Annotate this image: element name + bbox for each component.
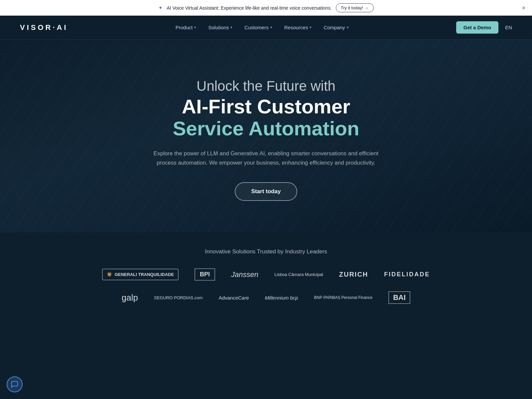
logo-advancecare: AdvanceCare — [219, 295, 249, 301]
trusted-section: Innovative Solutions Trusted by Industry… — [0, 232, 532, 334]
solutions-chevron-icon: ▾ — [230, 25, 232, 30]
nav-solutions[interactable]: Solutions ▾ — [208, 25, 232, 30]
logo-seguro: SEGURO PORDIAS.com — [154, 295, 203, 300]
hero-title-teal: Service Automation — [173, 117, 359, 140]
get-demo-button[interactable]: Get a Demo — [456, 21, 498, 34]
generali-icon: 🦁 — [107, 272, 112, 277]
trusted-title: Innovative Solutions Trusted by Industry… — [20, 248, 512, 255]
nav-product-label: Product — [176, 25, 193, 30]
lisboa-label: Lisboa Câmara Municipal — [274, 272, 323, 277]
generali-label: GENERALI TRANQUILIDADE — [115, 272, 174, 277]
hero-section: Unlock the Future with AI-First Customer… — [0, 40, 532, 232]
nav-customers[interactable]: Customers ▾ — [244, 25, 272, 30]
hero-subtitle: Unlock the Future with — [197, 78, 335, 94]
close-announcement-button[interactable]: × — [522, 4, 525, 11]
fidelidade-label: FIDELIDADE — [384, 271, 430, 278]
hero-title: AI-First Customer Service Automation — [173, 96, 359, 140]
logos-row-1: 🦁 GENERALI TRANQUILIDADE BPI Janssen Lis… — [20, 268, 512, 281]
advancecare-label: AdvanceCare — [219, 295, 249, 301]
sparkle-icon: ✦ — [158, 5, 163, 11]
millennium-label: Millennium bcp — [265, 295, 298, 301]
resources-chevron-icon: ▾ — [310, 25, 312, 30]
start-today-button[interactable]: Start today — [235, 182, 298, 201]
try-it-button[interactable]: Try it today! → — [336, 3, 374, 12]
language-button[interactable]: EN — [505, 25, 512, 30]
logos-row-2: galp SEGURO PORDIAS.com AdvanceCare Mill… — [20, 291, 512, 304]
seguro-label: SEGURO PORDIAS.com — [154, 295, 203, 300]
logo-bnp: BNP PARIBAS Personal Finance — [314, 295, 373, 300]
navbar: VISOR·AI Product ▾ Solutions ▾ Customers… — [0, 16, 532, 40]
logo-galp: galp — [122, 293, 138, 303]
logo-millennium: Millennium bcp — [265, 295, 298, 301]
nav-company-label: Company — [324, 25, 345, 30]
logo-janssen: Janssen — [231, 270, 258, 279]
announcement-bar: ✦ AI Voice Virtual Assistant: Experience… — [0, 0, 532, 16]
nav-customers-label: Customers — [244, 25, 269, 30]
logo-fidelidade: FIDELIDADE — [384, 271, 430, 278]
janssen-label: Janssen — [231, 270, 258, 279]
nav-right: Get a Demo EN — [456, 21, 512, 34]
bai-label: BAI — [388, 291, 410, 304]
announcement-text: AI Voice Virtual Assistant: Experience l… — [167, 5, 332, 11]
bnp-label: BNP PARIBAS Personal Finance — [314, 295, 373, 300]
nav-links: Product ▾ Solutions ▾ Customers ▾ Resour… — [176, 25, 349, 30]
hero-title-white: AI-First Customer — [182, 95, 350, 118]
logo-bpi: BPI — [195, 268, 215, 281]
logo-lisboa: Lisboa Câmara Municipal — [274, 272, 323, 277]
bpi-label: BPI — [195, 268, 215, 281]
nav-solutions-label: Solutions — [208, 25, 229, 30]
product-chevron-icon: ▾ — [194, 25, 196, 30]
logo: VISOR·AI — [20, 23, 68, 32]
nav-product[interactable]: Product ▾ — [176, 25, 197, 30]
logo-bai: BAI — [388, 291, 410, 304]
customers-chevron-icon: ▾ — [270, 25, 272, 30]
nav-resources[interactable]: Resources ▾ — [284, 25, 312, 30]
nav-company[interactable]: Company ▾ — [324, 25, 348, 30]
nav-resources-label: Resources — [284, 25, 308, 30]
hero-description: Explore the power of LLM and Generative … — [150, 149, 382, 168]
logo-generali: 🦁 GENERALI TRANQUILIDADE — [102, 269, 179, 280]
zurich-label: ZURICH — [339, 271, 368, 278]
galp-label: galp — [122, 293, 138, 303]
company-chevron-icon: ▾ — [347, 25, 349, 30]
logo-zurich: ZURICH — [339, 271, 368, 278]
